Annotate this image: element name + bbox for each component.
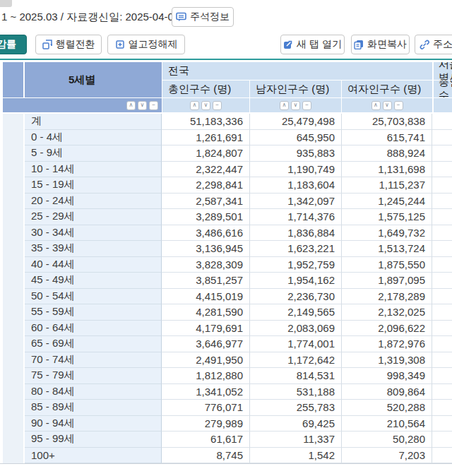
next-region-empty-cell: [432, 177, 452, 194]
male-population-cell: 1,342,097: [250, 194, 342, 210]
address-source-button[interactable]: 주소/출처: [415, 35, 452, 54]
female-population-cell: 1,897,095: [342, 273, 432, 289]
male-population-cell: 2,149,565: [250, 304, 342, 321]
female-population-cell: 888,924: [342, 145, 432, 162]
female-population-cell: 1,875,550: [342, 257, 432, 273]
next-region-header-cell: 서울특별시: [434, 62, 452, 80]
region-group-header-label: 전국: [168, 64, 189, 78]
next-region-empty-cell: [432, 368, 452, 384]
total-population-cell: 4,415,019: [162, 289, 250, 305]
total-population-cell: 2,587,341: [162, 194, 250, 210]
next-region-empty-cell: [432, 400, 452, 416]
female-population-cell: 998,349: [342, 368, 432, 384]
new-tab-button[interactable]: 새 탭 열기: [280, 35, 345, 54]
transpose-button-label: 행렬전환: [56, 38, 95, 51]
next-region-empty-cell: [432, 130, 452, 146]
male-population-cell: 1,183,604: [250, 177, 342, 194]
male-population-cell: 531,188: [250, 384, 342, 400]
age-group-cell: 70 - 74세: [25, 352, 162, 369]
next-region-empty-cell: [432, 145, 452, 162]
table-row: 25 - 29세 3,289,501 1,714,376 1,575,125: [25, 209, 452, 225]
toolbar-divider: [0, 59, 452, 60]
sort-asc-button[interactable]: ∧: [126, 101, 136, 110]
sort-desc-button[interactable]: ∨: [138, 101, 147, 110]
annotation-info-label: 주석정보: [190, 11, 230, 23]
age-group-cell: 5 - 9세: [25, 145, 162, 162]
sort-desc-button[interactable]: ∨: [201, 101, 210, 110]
total-population-cell: 4,179,691: [162, 321, 250, 337]
male-population-cell: 1,952,759: [250, 257, 342, 273]
table-row: 95 - 99세 61,617 11,337 50,280: [25, 432, 452, 448]
sort-controls: ∧ ∨ −: [371, 101, 403, 110]
female-population-cell: 25,703,838: [342, 114, 432, 130]
next-region-header-label: 서울특별시: [439, 62, 452, 80]
next-region-empty-cell: [432, 114, 452, 130]
new-tab-label: 새 탭 열기: [297, 38, 342, 51]
sort-controls: ∧ ∨ −: [190, 101, 222, 110]
sort-cell-total: ∧ ∨ −: [162, 98, 249, 112]
next-region-empty-cell: [432, 209, 452, 225]
female-population-header-cell: 여자인구수 (명): [342, 81, 432, 97]
table-row: 90 - 94세 279,989 69,425 210,564: [25, 416, 452, 432]
transpose-button[interactable]: 행렬전환: [35, 35, 102, 54]
sort-cell-age-group: ∧ ∨ −: [3, 98, 162, 112]
female-population-cell: 1,513,724: [342, 241, 432, 257]
female-population-cell: 1,245,244: [342, 194, 432, 210]
male-population-cell: 1,836,884: [250, 225, 342, 242]
male-population-cell: 1,714,376: [250, 209, 342, 225]
sort-clear-button[interactable]: −: [149, 101, 158, 110]
next-region-empty-cell: [432, 273, 452, 289]
sort-clear-button[interactable]: −: [302, 101, 311, 110]
table-row: 0 - 4세 1,261,691 645,950 615,741: [25, 130, 452, 146]
table-row: 70 - 74세 2,491,950 1,172,642 1,319,308: [25, 352, 452, 369]
male-population-header-label: 남자인구수 (명): [256, 83, 329, 96]
age-group-cell: 85 - 89세: [25, 400, 162, 416]
table-row: 75 - 79세 1,812,880 814,531 998,349: [25, 368, 452, 384]
sort-controls: ∧ ∨ −: [126, 101, 158, 110]
rate-button[interactable]: 증감률: [0, 35, 27, 54]
male-population-cell: 935,883: [250, 145, 342, 162]
table-row: 40 - 44세 3,828,309 1,952,759 1,875,550: [25, 257, 452, 273]
next-region-empty-cell: [432, 384, 452, 400]
age-group-cell: 80 - 84세: [25, 384, 162, 400]
table-bottom-border: [0, 463, 452, 464]
copy-icon: [354, 40, 364, 49]
sort-desc-button[interactable]: ∨: [383, 101, 392, 110]
annotation-info-button[interactable]: 주석정보: [172, 7, 234, 27]
table-row: 65 - 69세 3,646,977 1,774,001 1,872,976: [25, 336, 452, 352]
age-group-cell: 25 - 29세: [25, 209, 162, 225]
female-population-cell: 50,280: [342, 432, 432, 448]
transpose-icon: [42, 40, 52, 49]
next-region-column-header-label: 총인구수 (명): [439, 81, 452, 97]
female-population-cell: 7,203: [342, 448, 432, 464]
age-group-cell: 75 - 79세: [25, 368, 162, 384]
male-population-cell: 1,623,221: [250, 241, 342, 257]
next-region-empty-cell: [432, 241, 452, 257]
table-row: 50 - 54세 4,415,019 2,236,730 2,178,289: [25, 289, 452, 305]
male-population-cell: 2,083,069: [250, 321, 342, 337]
table-row: 85 - 89세 776,071 255,783 520,288: [25, 400, 452, 416]
unfreeze-columns-button[interactable]: 열고정해제: [107, 35, 185, 54]
male-population-cell: 11,337: [250, 432, 342, 448]
sort-desc-button[interactable]: ∨: [291, 101, 300, 110]
sort-clear-button[interactable]: −: [213, 101, 222, 110]
male-population-cell: 1,542: [250, 448, 342, 464]
table-row: 10 - 14세 2,322,447 1,190,749 1,131,698: [25, 162, 452, 178]
age-group-header-label: 5세별: [69, 73, 95, 87]
sort-clear-button[interactable]: −: [394, 101, 403, 110]
sort-asc-button[interactable]: ∧: [280, 101, 289, 110]
table-row: 45 - 49세 3,851,257 1,954,162 1,897,095: [25, 273, 452, 289]
male-population-cell: 1,954,162: [250, 273, 342, 289]
male-population-cell: 2,236,730: [250, 289, 342, 305]
total-population-cell: 1,812,880: [162, 368, 250, 384]
age-group-cell: 계: [25, 114, 162, 130]
total-population-cell: 8,745: [162, 448, 250, 464]
total-population-cell: 61,617: [162, 432, 250, 448]
screen-copy-button[interactable]: 화면복사: [351, 35, 410, 54]
table-row: 80 - 84세 1,341,052 531,188 809,864: [25, 384, 452, 400]
sort-asc-button[interactable]: ∧: [190, 101, 199, 110]
male-population-cell: 814,531: [250, 368, 342, 384]
table-row: 20 - 24세 2,587,341 1,342,097 1,245,244: [25, 194, 452, 210]
sort-asc-button[interactable]: ∧: [371, 101, 381, 110]
age-group-cell: 95 - 99세: [25, 432, 162, 448]
